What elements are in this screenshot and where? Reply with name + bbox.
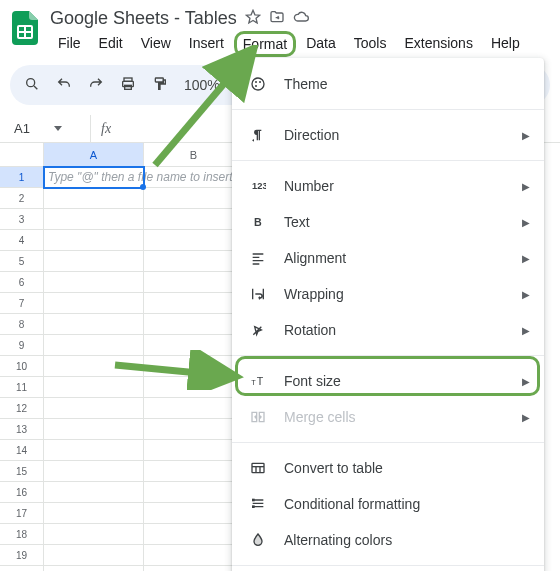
zoom-select[interactable]: 100%	[184, 77, 232, 93]
formula-bar-fx-icon[interactable]: fx	[90, 115, 121, 142]
redo-icon[interactable]	[88, 76, 104, 95]
row-header[interactable]: 3	[0, 209, 44, 230]
menu-item-alternating-colors[interactable]: Alternating colors	[232, 522, 544, 558]
row-header[interactable]: 19	[0, 545, 44, 566]
cell[interactable]	[144, 314, 244, 335]
svg-text:T: T	[251, 378, 256, 387]
row-header[interactable]: 17	[0, 503, 44, 524]
row-header[interactable]: 5	[0, 251, 44, 272]
cell[interactable]	[44, 377, 144, 398]
cell[interactable]	[144, 377, 244, 398]
cloud-status-icon[interactable]	[293, 9, 309, 28]
row-header[interactable]: 9	[0, 335, 44, 356]
cell[interactable]	[44, 314, 144, 335]
cell[interactable]	[144, 398, 244, 419]
cell[interactable]	[144, 335, 244, 356]
cell[interactable]	[144, 251, 244, 272]
row-header[interactable]: 4	[0, 230, 44, 251]
menu-item-theme[interactable]: Theme	[232, 66, 544, 102]
menu-item-conditional-formatting[interactable]: Conditional formatting	[232, 486, 544, 522]
menu-view[interactable]: View	[133, 31, 179, 57]
row-header[interactable]: 8	[0, 314, 44, 335]
cell[interactable]	[144, 272, 244, 293]
cell[interactable]	[44, 482, 144, 503]
menu-item-wrapping[interactable]: Wrapping ▶	[232, 276, 544, 312]
name-box[interactable]: A1	[0, 121, 90, 136]
cell[interactable]	[44, 188, 144, 209]
row-header[interactable]: 10	[0, 356, 44, 377]
row-header[interactable]: 16	[0, 482, 44, 503]
row-header[interactable]: 14	[0, 440, 44, 461]
row-header[interactable]: 20	[0, 566, 44, 571]
row-header[interactable]: 18	[0, 524, 44, 545]
cell[interactable]	[44, 251, 144, 272]
column-header-b[interactable]: B	[144, 143, 244, 167]
menu-extensions[interactable]: Extensions	[396, 31, 480, 57]
menu-separator	[232, 109, 544, 110]
menu-item-number[interactable]: 123 Number ▶	[232, 168, 544, 204]
menu-item-alignment[interactable]: Alignment ▶	[232, 240, 544, 276]
menu-insert[interactable]: Insert	[181, 31, 232, 57]
menu-format[interactable]: Format	[234, 31, 296, 57]
cell[interactable]	[144, 524, 244, 545]
cell[interactable]	[144, 440, 244, 461]
row-header[interactable]: 7	[0, 293, 44, 314]
cell[interactable]	[144, 566, 244, 571]
paint-format-icon[interactable]	[152, 76, 168, 95]
select-all-corner[interactable]	[0, 143, 44, 167]
cell[interactable]	[44, 293, 144, 314]
menu-edit[interactable]: Edit	[91, 31, 131, 57]
cell[interactable]	[44, 545, 144, 566]
cell[interactable]	[144, 209, 244, 230]
cell[interactable]	[144, 482, 244, 503]
row-header[interactable]: 1	[0, 167, 44, 188]
star-icon[interactable]	[245, 9, 261, 28]
cell[interactable]	[44, 398, 144, 419]
row-header[interactable]: 12	[0, 398, 44, 419]
cell[interactable]	[44, 272, 144, 293]
cell[interactable]	[44, 356, 144, 377]
cell[interactable]	[144, 356, 244, 377]
cell[interactable]	[44, 209, 144, 230]
print-icon[interactable]	[120, 76, 136, 95]
undo-icon[interactable]	[56, 76, 72, 95]
menu-file[interactable]: File	[50, 31, 89, 57]
cell[interactable]	[44, 335, 144, 356]
cell[interactable]	[144, 230, 244, 251]
cell[interactable]	[44, 419, 144, 440]
menu-help[interactable]: Help	[483, 31, 528, 57]
menu-item-font-size[interactable]: TT Font size ▶	[232, 363, 544, 399]
menu-data[interactable]: Data	[298, 31, 344, 57]
move-icon[interactable]	[269, 9, 285, 28]
menu-item-label: Alternating colors	[284, 532, 392, 548]
cell[interactable]	[44, 461, 144, 482]
row-header[interactable]: 6	[0, 272, 44, 293]
cell[interactable]	[144, 419, 244, 440]
menu-item-direction[interactable]: Direction ▶	[232, 117, 544, 153]
cell[interactable]	[144, 545, 244, 566]
cell[interactable]	[144, 461, 244, 482]
cell[interactable]	[44, 230, 144, 251]
menu-item-merge-cells: Merge cells ▶	[232, 399, 544, 435]
menu-item-rotation[interactable]: Rotation ▶	[232, 312, 544, 348]
cell[interactable]	[144, 503, 244, 524]
svg-text:T: T	[257, 375, 264, 387]
cell[interactable]	[144, 188, 244, 209]
menu-item-convert-to-table[interactable]: Convert to table	[232, 450, 544, 486]
sheets-logo-icon[interactable]	[10, 8, 40, 48]
cell[interactable]	[144, 293, 244, 314]
menu-tools[interactable]: Tools	[346, 31, 395, 57]
row-header[interactable]: 11	[0, 377, 44, 398]
column-header-a[interactable]: A	[44, 143, 144, 167]
cell[interactable]	[44, 524, 144, 545]
row-header[interactable]: 2	[0, 188, 44, 209]
cell[interactable]	[44, 503, 144, 524]
row-header[interactable]: 13	[0, 419, 44, 440]
menu-item-text[interactable]: B Text ▶	[232, 204, 544, 240]
cell[interactable]	[44, 566, 144, 571]
search-menus-icon[interactable]	[24, 76, 40, 95]
cell[interactable]: Type "@" then a file name to insert	[44, 167, 144, 188]
document-title[interactable]: Google Sheets - Tables	[50, 8, 237, 29]
cell[interactable]	[44, 440, 144, 461]
row-header[interactable]: 15	[0, 461, 44, 482]
